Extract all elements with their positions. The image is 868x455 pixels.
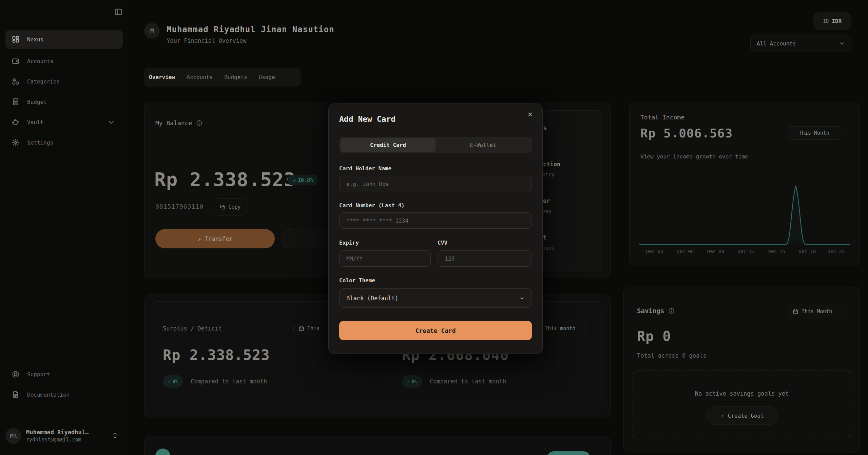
quick-action-subtext: ntry (542, 172, 555, 178)
card-number-label: Card Number (Last 4) (339, 202, 405, 209)
sidebar-item-vault[interactable]: Vault (5, 113, 123, 132)
quick-action-item[interactable]: er (543, 197, 550, 204)
surplus-value: Rp 2.338.523 (163, 347, 270, 363)
create-goal-button[interactable]: + Create Goal (706, 406, 778, 425)
spending-change-badge: ↑ 0% (402, 375, 422, 388)
chevron-down-icon (519, 296, 525, 301)
sidebar-item-label: Budget (27, 99, 47, 105)
app-root: Nexus Accounts Categories Budget Vault S… (0, 0, 868, 455)
balance-value: Rp 2.338.523 (154, 168, 296, 190)
sidebar: Nexus Accounts Categories Budget Vault S… (0, 0, 128, 455)
total-income-value: Rp 5.006.563 (640, 126, 733, 140)
currency-badge[interactable]: ID IDR (813, 12, 851, 30)
life-buoy-icon (12, 370, 20, 378)
card-number-input[interactable]: **** **** **** 1234 (339, 212, 532, 229)
sidebar-item-label: Categories (27, 78, 60, 85)
view-tabs: Overview Accounts Budgets Usage (144, 68, 301, 87)
chevrons-up-down-icon (112, 431, 118, 440)
modal-title: Add New Card (339, 115, 396, 124)
quick-actions-title-fragment: s (543, 124, 547, 132)
expiry-input[interactable]: MM/YY (339, 250, 431, 267)
user-info: Muhammad Riyadhul… rydhlnst@gmail.com (26, 429, 89, 443)
transfer-button[interactable]: ↗ Transfer (155, 229, 275, 248)
savings-subtitle: Total across 0 goals (637, 352, 707, 359)
info-icon (668, 308, 675, 314)
x-tick: Dec 22 (828, 249, 845, 254)
user-menu[interactable]: MR Muhammad Riyadhul… rydhlnst@gmail.com (5, 425, 123, 447)
segment-e-wallet[interactable]: E-Wallet (436, 138, 531, 152)
total-income-title: Total Income (640, 114, 684, 121)
user-email: rydhlnst@gmail.com (26, 437, 89, 443)
balance-title: My Balance (155, 119, 202, 127)
sidebar-item-settings[interactable]: Settings (5, 133, 123, 152)
savings-empty-state (633, 371, 851, 438)
x-tick: Dec 06 (677, 249, 694, 254)
quick-actions-panel: s ction ntry er ney t nent (541, 110, 602, 271)
avatar: MR (5, 428, 21, 444)
account-number: 081517963110 (155, 203, 204, 210)
surplus-title: Surplus / Deficit (163, 325, 222, 332)
sidebar-item-label: Documentation (27, 392, 70, 398)
x-tick: Dec 03 (646, 249, 663, 254)
color-theme-select[interactable]: Black (Default) (339, 288, 532, 308)
sidebar-item-categories[interactable]: Categories (5, 72, 123, 91)
tab-budgets[interactable]: Budgets (224, 74, 247, 80)
cvv-input[interactable]: 123 (438, 250, 532, 267)
close-icon[interactable]: × (525, 109, 535, 119)
gear-icon (12, 138, 20, 147)
calculator-icon (12, 98, 20, 106)
info-icon (196, 120, 202, 126)
arrow-up-right-icon: ↗ (293, 177, 296, 183)
bottom-section-card (144, 436, 611, 455)
x-tick: Dec 09 (707, 249, 725, 254)
copy-button[interactable]: Copy (214, 198, 247, 215)
savings-empty-text: No active savings goals yet (695, 390, 789, 397)
bottom-action-button[interactable] (547, 451, 590, 455)
currency-code: IDR (832, 18, 842, 24)
create-card-button[interactable]: Create Card (339, 321, 532, 340)
page-subtitle: Your Financial Overview (167, 37, 246, 44)
sidebar-item-documentation[interactable]: Documentation (5, 386, 123, 403)
page-avatar: M (144, 23, 160, 39)
arrow-up-right-icon: ↗ (197, 235, 201, 242)
tab-usage[interactable]: Usage (259, 74, 275, 80)
account-filter-select[interactable]: All Accounts (750, 35, 851, 52)
currency-country-code: ID (823, 18, 829, 24)
x-tick: Dec 15 (768, 249, 786, 254)
segment-credit-card[interactable]: Credit Card (341, 138, 436, 152)
sidebar-item-label: Accounts (27, 58, 53, 64)
page-title: Muhammad Riyadhul Jinan Nasution (167, 25, 334, 34)
sidebar-item-budget[interactable]: Budget (5, 92, 123, 111)
sidebar-item-accounts[interactable]: Accounts (5, 52, 123, 71)
chevron-down-icon (107, 118, 115, 126)
quick-action-item[interactable]: t (543, 234, 546, 241)
sidebar-item-nexus[interactable]: Nexus (5, 30, 123, 49)
document-icon (12, 391, 20, 399)
card-holder-label: Card Holder Name (339, 165, 391, 172)
chevron-down-icon (839, 40, 845, 46)
card-holder-input[interactable]: e.g. John Doe (339, 176, 532, 192)
savings-title: Savings (637, 307, 675, 315)
tab-accounts[interactable]: Accounts (187, 74, 213, 80)
balance-change-badge: ↗ 16.8% (288, 175, 317, 185)
wallet-icon (12, 57, 20, 65)
plus-icon: + (720, 413, 724, 419)
x-tick: Dec 18 (799, 249, 816, 254)
calendar-icon (298, 326, 304, 331)
sidebar-item-support[interactable]: Support (5, 366, 123, 382)
cvv-label: CVV (438, 240, 447, 246)
account-filter-value: All Accounts (757, 40, 796, 47)
arrow-up-icon: ↑ (168, 379, 170, 384)
quick-action-subtext: ney (542, 208, 552, 214)
income-line-chart (638, 183, 851, 247)
copy-icon (220, 204, 226, 210)
tab-overview[interactable]: Overview (149, 74, 175, 80)
sidebar-collapse-icon[interactable] (114, 7, 123, 16)
income-period-badge[interactable]: This Month (787, 126, 841, 140)
quick-action-item[interactable]: ction (543, 161, 560, 168)
savings-period-badge[interactable]: This Month (788, 305, 841, 318)
sidebar-item-label: Settings (27, 139, 53, 146)
card-type-segmented-control: Credit Card E-Wallet (339, 137, 532, 153)
x-tick: Dec 12 (738, 249, 755, 254)
surplus-compare-text: Compared to last month (191, 378, 267, 385)
